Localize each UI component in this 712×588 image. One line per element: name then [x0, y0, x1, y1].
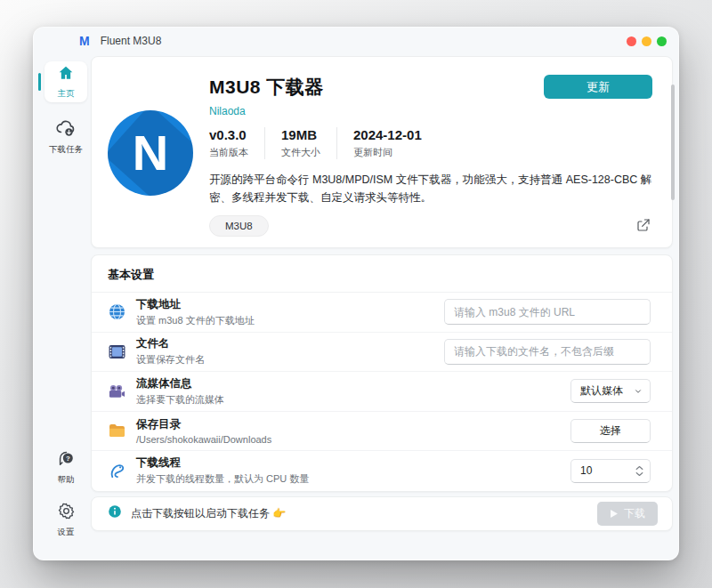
app-hero-card: N M3U8 下载器 更新 Nilaoda v0.3.0 当前版本 [91, 56, 673, 248]
setting-row-stream-info: 流媒体信息 选择要下载的流媒体 默认媒体 [92, 372, 672, 412]
filename-input[interactable] [444, 339, 651, 365]
page-title: M3U8 下载器 [209, 75, 324, 100]
app-window: M Fluent M3U8 主页 [33, 27, 679, 560]
film-icon [108, 344, 125, 359]
help-bubble-icon: ? [56, 448, 76, 471]
sidebar-item-settings[interactable]: 设置 [57, 502, 76, 538]
chevron-down-icon [635, 471, 643, 477]
stat-version: v0.3.0 当前版本 [209, 127, 264, 159]
setting-row-save-directory: 保存目录 /Users/shokokawaii/Downloads 选择 [92, 412, 672, 452]
stat-value: v0.3.0 [209, 127, 248, 142]
scrollbar-thumb[interactable] [671, 85, 675, 200]
stat-label: 当前版本 [209, 146, 248, 159]
sidebar-item-download-tasks[interactable]: 下载任务 [49, 118, 83, 156]
main-content: N M3U8 下载器 更新 Nilaoda v0.3.0 当前版本 [91, 54, 673, 560]
cloud-download-icon [55, 118, 77, 141]
active-indicator [38, 73, 41, 91]
setting-title: 文件名 [136, 336, 444, 351]
sidebar-item-home[interactable]: 主页 [44, 61, 87, 102]
choose-directory-button[interactable]: 选择 [570, 419, 651, 443]
zoom-button[interactable] [657, 36, 667, 46]
stat-label: 文件大小 [281, 146, 320, 159]
sidebar-item-label: 帮助 [58, 474, 75, 486]
movie-camera-icon [108, 384, 125, 399]
download-button[interactable]: 下载 [597, 502, 658, 526]
setting-title: 保存目录 [136, 417, 570, 432]
stat-value: 2024-12-01 [353, 127, 422, 142]
download-hint: 点击下载按钮以启动下载任务 👉 [131, 506, 597, 521]
close-button[interactable] [627, 36, 636, 46]
minimize-button[interactable] [642, 36, 651, 46]
thread-count-stepper [570, 459, 651, 483]
setting-title: 流媒体信息 [136, 376, 570, 391]
share-icon [636, 218, 651, 232]
stat-value: 19MB [281, 127, 320, 142]
setting-subtitle: 并发下载的线程数量，默认为 CPU 数量 [136, 472, 570, 486]
tag-chip[interactable]: M3U8 [209, 215, 269, 237]
play-icon [610, 509, 619, 519]
setting-row-threads: 下载线程 并发下载的线程数量，默认为 CPU 数量 [92, 451, 672, 491]
setting-subtitle: 设置 m3u8 文件的下载地址 [136, 314, 444, 327]
info-icon [108, 504, 122, 522]
footer-bar: 点击下载按钮以启动下载任务 👉 下载 [91, 496, 673, 531]
app-logo-large: N [108, 110, 193, 196]
setting-row-filename: 文件名 设置保存文件名 [92, 333, 672, 373]
download-url-input[interactable] [444, 299, 651, 325]
stat-updated: 2024-12-01 更新时间 [336, 127, 438, 159]
window-body: 主页 下载任务 [34, 54, 678, 560]
stats-row: v0.3.0 当前版本 19MB 文件大小 2024-12-01 更新时间 [209, 127, 652, 159]
setting-title: 下载线程 [136, 455, 570, 471]
author-name: Nilaoda [209, 105, 652, 117]
media-select-value: 默认媒体 [580, 383, 623, 399]
share-button[interactable] [635, 216, 652, 237]
stat-label: 更新时间 [353, 146, 422, 159]
app-title: Fluent M3U8 [101, 35, 162, 47]
thread-icon [108, 463, 125, 479]
app-description: 开源的跨平台命令行 M3U8/MPD/ISM 文件下载器，功能强大，支持普通 A… [209, 171, 652, 206]
update-button[interactable]: 更新 [544, 75, 652, 99]
basic-settings-card: 基本设置 下载地址 设置 m3u8 文件的下载地址 [91, 254, 673, 492]
home-icon [57, 64, 75, 85]
sidebar-item-help[interactable]: ? 帮助 [56, 448, 76, 486]
svg-text:?: ? [66, 455, 70, 463]
media-select[interactable]: 默认媒体 [570, 379, 651, 403]
setting-subtitle: 选择要下载的流媒体 [136, 393, 570, 407]
chevron-down-icon [634, 387, 643, 396]
stat-filesize: 19MB 文件大小 [264, 127, 336, 159]
chevron-up-icon [635, 465, 643, 471]
thread-count-input[interactable] [571, 464, 635, 477]
gear-icon [57, 502, 76, 524]
app-logo-icon: M [79, 34, 89, 48]
setting-row-download-url: 下载地址 设置 m3u8 文件的下载地址 [92, 293, 672, 333]
sidebar: 主页 下载任务 [41, 54, 91, 560]
globe-icon [108, 303, 125, 320]
setting-title: 下载地址 [136, 297, 444, 312]
sidebar-item-label: 设置 [58, 527, 75, 538]
titlebar: M Fluent M3U8 [34, 28, 678, 54]
window-controls [627, 36, 667, 46]
stepper-arrows[interactable] [635, 465, 650, 477]
settings-section-title: 基本设置 [92, 255, 672, 293]
logo-letter: N [133, 128, 168, 178]
setting-subtitle: 设置保存文件名 [136, 353, 444, 366]
sidebar-item-label: 主页 [58, 88, 75, 100]
sidebar-item-label: 下载任务 [49, 144, 83, 156]
download-button-label: 下载 [624, 506, 645, 521]
folder-icon [108, 423, 125, 438]
save-path: /Users/shokokawaii/Downloads [136, 434, 570, 445]
hero-details: M3U8 下载器 更新 Nilaoda v0.3.0 当前版本 19MB 文件 [209, 75, 652, 235]
desktop-background: M Fluent M3U8 主页 [0, 0, 712, 588]
